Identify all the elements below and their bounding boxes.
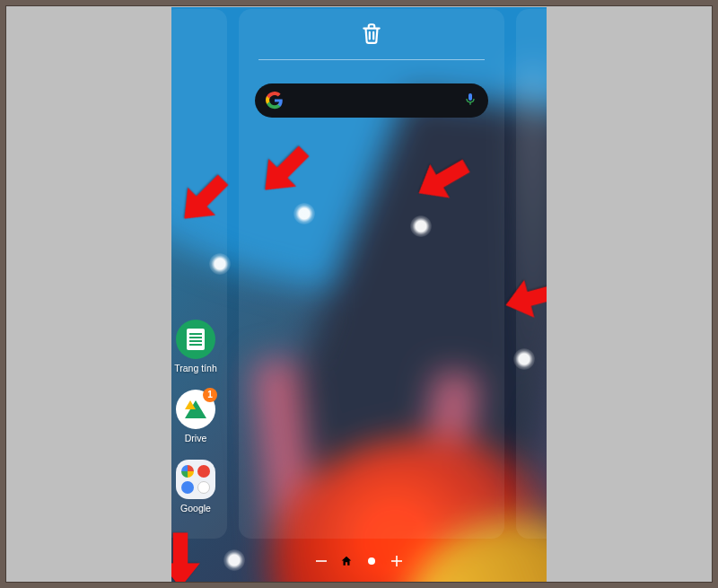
- divider: [258, 59, 485, 60]
- app-sheets[interactable]: Trang tính: [173, 320, 218, 373]
- drop-target-glow: [223, 549, 245, 571]
- drop-target-glow: [209, 253, 231, 275]
- app-folder-google[interactable]: Google: [173, 460, 218, 513]
- google-search-widget[interactable]: [255, 83, 488, 118]
- mic-icon[interactable]: [463, 92, 477, 110]
- app-label: Trang tính: [174, 363, 216, 373]
- page-preview-main[interactable]: [239, 9, 504, 539]
- indicator-home-icon[interactable]: [340, 555, 353, 567]
- indicator-remove-page[interactable]: [315, 555, 328, 567]
- phone-screenshot: Trang tính 1 Drive Google: [171, 7, 547, 582]
- google-g-icon: [266, 92, 284, 110]
- trash-icon[interactable]: [360, 22, 383, 48]
- annotation-arrow: [171, 530, 211, 582]
- drop-target-glow: [410, 215, 432, 237]
- outer-frame: Trang tính 1 Drive Google: [5, 5, 713, 583]
- app-label: Drive: [185, 433, 207, 443]
- indicator-current-dot[interactable]: [365, 555, 378, 567]
- drop-target-glow: [293, 203, 315, 224]
- indicator-add-page[interactable]: [390, 555, 403, 567]
- folder-icon: [176, 460, 215, 499]
- app-drive[interactable]: 1 Drive: [173, 390, 218, 443]
- drop-target-glow: [513, 348, 535, 370]
- drive-icon: 1: [176, 390, 215, 429]
- sheets-icon: [176, 320, 215, 359]
- notification-badge: 1: [203, 388, 217, 402]
- app-label: Google: [180, 503, 211, 513]
